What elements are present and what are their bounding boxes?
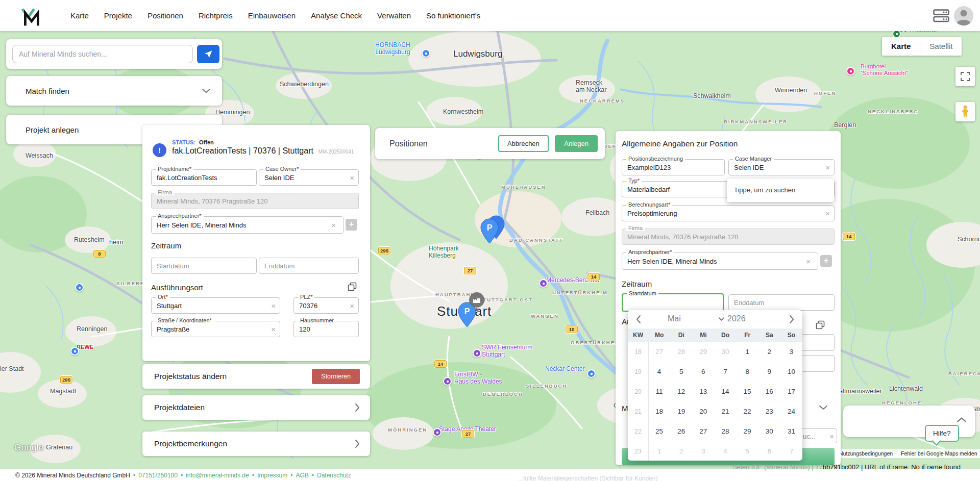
nav-item-so-funktioniert-s[interactable]: So funktioniert's bbox=[426, 11, 480, 20]
calendar-day[interactable]: 27 bbox=[692, 427, 714, 435]
calendar-day[interactable]: 30 bbox=[714, 348, 736, 356]
nav-item-einbauweisen[interactable]: Einbauweisen bbox=[248, 11, 296, 20]
nav-item-positionen[interactable]: Positionen bbox=[148, 11, 183, 20]
anlegen-button[interactable]: Anlegen bbox=[555, 135, 598, 152]
map-pin-bad-cannstatt[interactable]: P bbox=[480, 218, 499, 244]
calendar-day[interactable]: 23 bbox=[758, 408, 780, 415]
calendar-day[interactable]: 14 bbox=[714, 388, 736, 395]
calendar-day[interactable]: 6 bbox=[692, 368, 714, 375]
calendar-day[interactable]: 20 bbox=[692, 408, 714, 415]
ort-field[interactable]: Ort* Stuttgart × bbox=[151, 297, 280, 314]
calendar-day[interactable]: 28 bbox=[714, 427, 736, 435]
footer-link-07151-250100[interactable]: 07151/250100 bbox=[138, 472, 178, 479]
positionsbezeichnung-field[interactable]: Positionsbezeichnung ExampleID123 bbox=[622, 159, 725, 175]
projektbemerkungen-row[interactable]: Projektbemerkungen bbox=[142, 432, 370, 456]
footer-link-datenschutz[interactable]: Datenschutz bbox=[317, 472, 351, 479]
fullscreen-button[interactable] bbox=[955, 67, 975, 86]
startdatum-field[interactable]: Startdatum bbox=[151, 258, 257, 274]
clear-icon[interactable]: × bbox=[825, 164, 830, 171]
server-button[interactable] bbox=[933, 0, 949, 31]
calendar-day[interactable]: 29 bbox=[737, 427, 758, 435]
clear-icon[interactable]: × bbox=[829, 432, 834, 440]
projektname-field[interactable]: Projektname* fak.LotCreationTests bbox=[151, 169, 257, 186]
calendar-day[interactable]: 1 bbox=[737, 348, 758, 356]
calendar-day[interactable]: 30 bbox=[758, 427, 780, 435]
calendar-day[interactable]: 13 bbox=[692, 388, 714, 395]
ansprechpartner-field[interactable]: Ansprechpartner* Herr Selen IDE, Mineral… bbox=[151, 216, 344, 234]
enddatum-field[interactable]: Enddatum bbox=[259, 258, 359, 274]
stornieren-button[interactable]: Stornieren bbox=[312, 369, 360, 384]
case-manager-field[interactable]: Case Manager Selen IDE × bbox=[728, 159, 835, 175]
calendar-day[interactable]: 17 bbox=[780, 388, 802, 395]
calendar-day[interactable]: 25 bbox=[648, 427, 670, 435]
calendar-day[interactable]: 22 bbox=[737, 408, 758, 415]
chevron-up-icon[interactable] bbox=[957, 417, 967, 423]
calendar-day[interactable]: 7 bbox=[714, 368, 736, 375]
footer-link-impressum[interactable]: Impressum bbox=[257, 472, 287, 479]
calendar-prev-icon[interactable] bbox=[634, 314, 644, 324]
clear-icon[interactable]: × bbox=[825, 210, 830, 217]
calendar-day[interactable]: 1 bbox=[648, 447, 670, 455]
accordion-match-finden[interactable]: Match finden bbox=[6, 76, 222, 106]
search-submit-button[interactable] bbox=[197, 45, 219, 63]
calendar-day[interactable]: 24 bbox=[780, 408, 802, 415]
clear-icon[interactable]: × bbox=[350, 174, 354, 182]
calendar-day[interactable]: 18 bbox=[648, 408, 670, 415]
enddatum-field[interactable]: Enddatum bbox=[728, 294, 835, 311]
calendar-day[interactable]: 7 bbox=[780, 447, 802, 455]
case-owner-field[interactable]: Case Owner* Selen IDE × bbox=[259, 169, 359, 186]
calendar-day[interactable]: 15 bbox=[737, 388, 758, 395]
factory-marker[interactable] bbox=[467, 291, 486, 314]
chevron-down-icon[interactable] bbox=[819, 405, 828, 410]
terms-link[interactable]: Nutzungsbedingungen bbox=[839, 450, 893, 457]
nav-item-karte[interactable]: Karte bbox=[70, 11, 89, 20]
nav-item-projekte[interactable]: Projekte bbox=[104, 11, 132, 20]
copy-icon[interactable] bbox=[816, 320, 825, 330]
autocomplete-dropdown[interactable]: Tippe, um zu suchen bbox=[727, 179, 834, 202]
nav-item-verwalten[interactable]: Verwalten bbox=[377, 11, 411, 20]
calendar-day[interactable]: 3 bbox=[780, 348, 802, 356]
calendar-day[interactable]: 5 bbox=[737, 447, 758, 455]
clear-icon[interactable]: × bbox=[331, 221, 336, 229]
calendar-day[interactable]: 16 bbox=[758, 388, 780, 395]
calendar-day[interactable]: 4 bbox=[648, 368, 670, 375]
help-tooltip[interactable]: Hilfe? bbox=[925, 425, 959, 442]
abbrechen-button[interactable]: Abbrechen bbox=[498, 135, 549, 152]
calendar-day[interactable]: 21 bbox=[714, 408, 736, 415]
calendar-day[interactable]: 2 bbox=[758, 348, 780, 356]
add-contact-button[interactable]: + bbox=[820, 255, 832, 267]
calendar-day[interactable]: 12 bbox=[670, 388, 692, 395]
calendar-day[interactable]: 31 bbox=[780, 427, 802, 435]
strasse-field[interactable]: Straße / Koordinaten* Pragstraße × bbox=[151, 321, 280, 337]
calendar-day[interactable]: 27 bbox=[648, 348, 670, 356]
berechnungsart-field[interactable]: Berechnungsart* Preisoptimierung × bbox=[622, 205, 835, 221]
calendar-day[interactable]: 29 bbox=[692, 348, 714, 356]
ansprechpartner-field[interactable]: Ansprechpartner* Herr Selen IDE, Mineral… bbox=[622, 252, 818, 270]
projektdateien-row[interactable]: Projektdateien bbox=[142, 395, 370, 420]
calendar-day[interactable]: 9 bbox=[758, 368, 780, 375]
copy-icon[interactable] bbox=[348, 282, 357, 291]
calendar-year-select[interactable]: 2026 bbox=[719, 314, 746, 323]
calendar-day[interactable]: 6 bbox=[758, 447, 780, 455]
map-type-satellit[interactable]: Satellit bbox=[920, 37, 962, 56]
search-input[interactable] bbox=[12, 45, 193, 63]
map-type-karte[interactable]: Karte bbox=[882, 37, 920, 56]
calendar-month[interactable]: Mai bbox=[668, 314, 681, 323]
pegman-button[interactable] bbox=[955, 102, 975, 121]
calendar-day[interactable]: 4 bbox=[714, 447, 736, 455]
nav-item-analyse-check[interactable]: Analyse Check bbox=[311, 11, 362, 20]
report-error-link[interactable]: Fehler bei Google Maps melden bbox=[901, 450, 977, 457]
clear-icon[interactable]: × bbox=[271, 302, 276, 310]
calendar-day[interactable]: 5 bbox=[670, 368, 692, 375]
calendar-day[interactable]: 26 bbox=[670, 427, 692, 435]
calendar-next-icon[interactable] bbox=[786, 314, 796, 324]
footer-link-agb[interactable]: AGB bbox=[296, 472, 308, 479]
mineral-minds-logo[interactable] bbox=[18, 4, 42, 28]
calendar-day[interactable]: 28 bbox=[670, 348, 692, 356]
calendar-day[interactable]: 3 bbox=[692, 447, 714, 455]
calendar-day[interactable]: 11 bbox=[648, 388, 670, 395]
calendar-day[interactable]: 10 bbox=[780, 368, 802, 375]
add-contact-button[interactable]: + bbox=[346, 219, 357, 231]
calendar-day[interactable]: 8 bbox=[737, 368, 758, 375]
clear-icon[interactable]: × bbox=[271, 325, 276, 333]
